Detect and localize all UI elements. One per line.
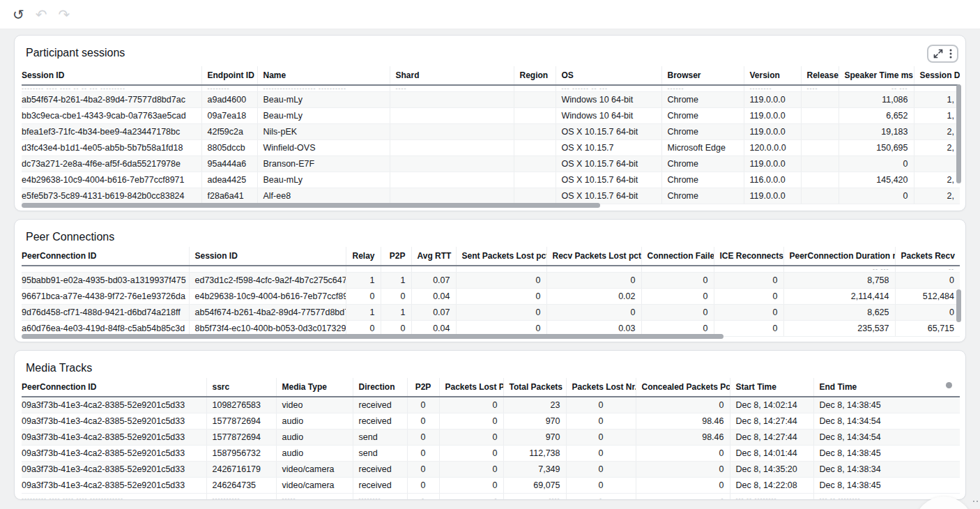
- cell: Branson-E7F: [257, 156, 390, 172]
- cell: 95a444a6: [201, 156, 257, 172]
- cell: 150,695: [839, 140, 914, 156]
- cell: OS X 10.15.7 64-bit: [556, 172, 661, 188]
- horizontal-scrollbar-thumb[interactable]: [22, 203, 600, 208]
- column-header[interactable]: Speaker Time ms: [839, 66, 914, 85]
- column-header[interactable]: Endpoint ID: [201, 66, 257, 85]
- cell: 09a3f73b-41e3-4ca2-8385-52e9201c5d33: [22, 430, 206, 446]
- expand-icon[interactable]: [933, 49, 943, 59]
- vertical-scrollbar-thumb[interactable]: [956, 84, 961, 183]
- column-header[interactable]: P2P: [381, 247, 411, 266]
- column-header[interactable]: Packets Lost Pct.: [439, 378, 503, 397]
- column-header[interactable]: ICE Reconnects: [714, 247, 783, 266]
- cell: 0: [381, 289, 411, 305]
- cell: 0: [714, 289, 783, 305]
- panel-header: Peer Connections: [15, 220, 965, 247]
- column-header[interactable]: PeerConnection ID: [22, 247, 189, 266]
- cell: Dec 8, 14:34:54: [813, 430, 960, 446]
- cell: OS X 10.15.7 64-bit: [556, 156, 661, 172]
- cell: 95babb91-e02a-4935-bd03-a1319937f475: [22, 273, 189, 289]
- column-header[interactable]: Session ID: [22, 66, 201, 85]
- column-header[interactable]: Shard: [390, 66, 514, 85]
- column-header[interactable]: End Time: [813, 378, 960, 397]
- column-header[interactable]: Packets Recv: [895, 247, 960, 266]
- cell: e4b29638-10c9-4004-b616-7eb77ccf8971: [22, 172, 201, 188]
- cell: 0: [456, 289, 546, 305]
- column-header[interactable]: ssrc: [206, 378, 276, 397]
- cell: 119.0.0.0: [744, 156, 801, 172]
- cell: 2,: [914, 140, 960, 156]
- cell: 0.04: [411, 289, 456, 305]
- cell: Dec 8, 14:35:20: [730, 462, 813, 478]
- cell: 0: [407, 462, 439, 478]
- column-header[interactable]: Concealed Packets Pct.: [636, 378, 730, 397]
- column-header[interactable]: Packets Lost Nr.: [566, 378, 636, 397]
- vertical-scrollbar-thumb[interactable]: [946, 382, 952, 388]
- horizontal-scrollbar-thumb[interactable]: [22, 334, 723, 339]
- reset-icon[interactable]: ↺: [13, 8, 24, 22]
- column-header[interactable]: Recv Packets Lost pct.: [546, 247, 641, 266]
- cell: 0: [439, 397, 503, 413]
- kebab-menu-icon[interactable]: [949, 49, 952, 59]
- cell: 09a3f73b-41e3-4ca2-8385-52e9201c5d33: [22, 446, 206, 462]
- cell: 8,758: [783, 273, 895, 289]
- cell: 1577872694: [206, 413, 276, 430]
- cell: [514, 140, 556, 156]
- column-header[interactable]: Version: [744, 66, 801, 85]
- redo-icon[interactable]: ↷: [59, 8, 70, 22]
- table-row: 09a3f73b-41e3-4ca2-8385-52e9201c5d331577…: [22, 413, 960, 430]
- clipped-cell: [381, 266, 411, 273]
- cell: 116.0.0.0: [744, 172, 801, 188]
- clipped-cell: [546, 266, 641, 273]
- column-header[interactable]: Release: [801, 66, 839, 85]
- column-header[interactable]: Name: [257, 66, 390, 85]
- cell: 0.07: [411, 305, 456, 321]
- cell: Chrome: [661, 188, 744, 204]
- column-header[interactable]: OS: [556, 66, 661, 85]
- column-header[interactable]: Direction: [353, 378, 407, 397]
- cell: 1098276583: [206, 397, 276, 413]
- cell: Chrome: [661, 156, 744, 172]
- clipped-cell: [456, 266, 546, 273]
- cell: received: [353, 413, 407, 430]
- cell: [801, 172, 839, 188]
- column-header[interactable]: PeerConnection Duration ms: [783, 247, 895, 266]
- column-header[interactable]: PeerConnection ID: [22, 378, 206, 397]
- dashboard-body: Participant sessions Session IDEndpoint …: [0, 29, 980, 500]
- column-header[interactable]: Browser: [661, 66, 744, 85]
- column-header[interactable]: Sent Packets Lost pct.: [456, 247, 546, 266]
- cell: [801, 140, 839, 156]
- column-header[interactable]: Start Time: [730, 378, 813, 397]
- cell: 0: [407, 397, 439, 413]
- clipped-cell: [346, 266, 381, 273]
- cell: OS X 10.15.7 64-bit: [556, 124, 661, 140]
- cell: Dec 8, 14:02:14: [730, 397, 813, 413]
- undo-icon[interactable]: ↶: [36, 8, 47, 22]
- column-header[interactable]: Relay: [346, 247, 381, 266]
- cell: ab54f674-b261-4ba2-89d4-77577d8bd7ac: [22, 92, 201, 108]
- column-header[interactable]: Region: [514, 66, 556, 85]
- cell: f28a6a41: [201, 188, 257, 204]
- column-header[interactable]: Session Duration ms: [914, 66, 960, 85]
- cell: 119.0.0.0: [744, 108, 801, 124]
- column-header[interactable]: P2P: [407, 378, 439, 397]
- column-header[interactable]: Total Packets: [503, 378, 566, 397]
- cell: [514, 108, 556, 124]
- column-header[interactable]: Session ID: [189, 247, 346, 266]
- resize-grip[interactable]: [973, 501, 978, 502]
- participant-sessions-panel: Participant sessions Session IDEndpoint …: [14, 35, 966, 211]
- cell: [514, 188, 556, 204]
- cell: 970: [503, 413, 566, 430]
- cell: 0: [456, 305, 546, 321]
- cell: 1,: [914, 108, 960, 124]
- cell: 1: [346, 273, 381, 289]
- column-header[interactable]: Media Type: [276, 378, 353, 397]
- cell: 7,349: [503, 462, 566, 478]
- vertical-scrollbar-thumb[interactable]: [956, 289, 961, 322]
- clipped-cell: --------: [353, 494, 407, 501]
- table-row: d3fc43e4-b1d1-4e05-ab5b-5b7b58a1fd188805…: [22, 140, 960, 156]
- column-header[interactable]: Connection Failed: [641, 247, 714, 266]
- cell: 1: [346, 305, 381, 321]
- table-row: ab54f674-b261-4ba2-89d4-77577d8bd7aca9ad…: [22, 92, 960, 108]
- column-header[interactable]: Avg RTT: [411, 247, 456, 266]
- panel-actions-group: [927, 45, 958, 63]
